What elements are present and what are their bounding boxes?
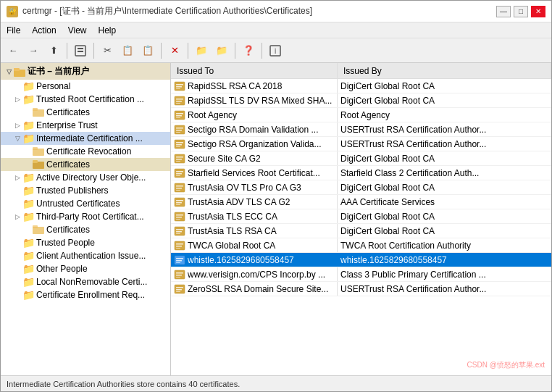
sidebar-item-local-nonremovable[interactable]: 📁 Local NonRemovable Certi... [1, 275, 170, 288]
show-hide-button[interactable] [71, 41, 90, 60]
sidebar-item-personal[interactable]: 📁 Personal [1, 80, 170, 93]
table-row[interactable]: Sectigo RSA Domain Validation ... USERTr… [171, 122, 551, 137]
sidebar-item-client-auth[interactable]: 📁 Client Authentication Issue... [1, 249, 170, 262]
cert-icon [174, 110, 185, 120]
table-row[interactable]: TrustAsia ADV TLS CA G2 AAA Certificate … [171, 195, 551, 209]
sidebar-item-untrusted[interactable]: 📁 Untrusted Certificates [1, 197, 170, 210]
table-row[interactable]: TWCA Global Root CA TWCA Root Certificat… [171, 238, 551, 253]
col-header-issued-by[interactable]: Issued By [338, 63, 551, 78]
copy-button[interactable]: 📋 [118, 41, 137, 60]
toolbar-sep-3 [161, 43, 162, 59]
trusted-people-label: Trusted People [36, 238, 95, 248]
sidebar-item-intermediate-certs[interactable]: Certificates [1, 158, 170, 171]
maximize-button[interactable]: □ [514, 6, 528, 17]
trusted-pub-expand [12, 185, 22, 196]
status-text: Intermediate Certification Authorities s… [7, 380, 240, 388]
sidebar-header: ▽ 证书 – 当前用户 [1, 63, 170, 80]
table-row[interactable]: RapidSSL TLS DV RSA Mixed SHA... DigiCer… [171, 93, 551, 108]
table-row[interactable]: RapidSSL RSA CA 2018 DigiCert Global Roo… [171, 79, 551, 93]
table-row[interactable]: Secure Site CA G2 DigiCert Global Root C… [171, 151, 551, 166]
table-row[interactable]: Sectigo RSA Organization Valida... USERT… [171, 137, 551, 151]
sidebar-item-cert-enrollment[interactable]: 📁 Certificate Enrollment Req... [1, 288, 170, 301]
third-party-expand[interactable]: ▷ [12, 212, 22, 222]
sidebar-item-trusted-root[interactable]: ▷ 📁 Trusted Root Certification ... [1, 93, 170, 106]
sidebar-item-enterprise[interactable]: ▷ 📁 Enterprise Trust [1, 119, 170, 132]
menu-help[interactable]: Help [93, 22, 122, 38]
table-row[interactable]: ZeroSSL RSA Domain Secure Site... USERTr… [171, 282, 551, 296]
trusted-pub-icon: 📁 [22, 185, 34, 196]
sidebar-item-third-party-certs[interactable]: Certificates [1, 223, 170, 236]
table-row[interactable]: www.verisign.com/CPS Incorp.by ... Class… [171, 267, 551, 282]
client-auth-label: Client Authentication Issue... [36, 251, 146, 261]
active-dir-icon: 📁 [22, 172, 34, 183]
issued-by-text: DigiCert Global Root CA [340, 183, 435, 193]
sidebar-item-cert-revocation[interactable]: Certificate Revocation [1, 145, 170, 158]
help-button[interactable]: ❓ [239, 41, 258, 60]
minimize-button[interactable]: — [496, 6, 511, 17]
svg-rect-41 [176, 171, 183, 172]
cut-button[interactable]: ✂ [98, 41, 117, 60]
intermediate-expand[interactable]: ▽ [12, 133, 22, 143]
svg-rect-33 [176, 142, 183, 143]
main-window: 🔐 certmgr - [证书 - 当前用户\Intermediate Cert… [0, 0, 552, 392]
trusted-root-expand[interactable]: ▷ [12, 94, 22, 104]
sidebar-item-trusted-people[interactable]: 📁 Trusted People [1, 236, 170, 249]
close-button[interactable]: ✕ [531, 6, 545, 17]
properties-button[interactable]: i [266, 41, 285, 60]
cell-issued-by: USERTrust RSA Certification Author... [338, 282, 551, 296]
svg-rect-55 [176, 219, 180, 220]
sidebar-item-third-party[interactable]: ▷ 📁 Third-Party Root Certificat... [1, 210, 170, 223]
import-button[interactable]: 📁 [212, 41, 231, 60]
toolbar-sep-6 [262, 43, 262, 59]
up-button[interactable]: ⬆ [44, 41, 63, 60]
enterprise-expand[interactable]: ▷ [12, 120, 22, 130]
forward-button[interactable]: → [24, 41, 43, 60]
other-people-label: Other People [36, 264, 88, 274]
export-button[interactable]: 📁 [192, 41, 211, 60]
active-dir-expand[interactable]: ▷ [12, 172, 22, 183]
issued-by-text: Class 3 Public Primary Certification ... [340, 270, 486, 280]
cell-issued-by: USERTrust RSA Certification Author... [338, 122, 551, 136]
third-party-icon: 📁 [22, 212, 34, 222]
int-certs-label: Certificates [46, 159, 90, 170]
cert-icon [174, 284, 185, 294]
tp-certs-expand [22, 225, 33, 235]
table-row[interactable]: TrustAsia OV TLS Pro CA G3 DigiCert Glob… [171, 180, 551, 195]
root-expand[interactable]: ▽ [4, 67, 14, 77]
delete-button[interactable]: ✕ [165, 41, 184, 60]
table-row[interactable]: Starfield Services Root Certificat... St… [171, 166, 551, 180]
title-bar-left: 🔐 certmgr - [证书 - 当前用户\Intermediate Cert… [7, 5, 312, 17]
cell-issued-to: Root Agency [171, 108, 338, 122]
table-row[interactable]: Root Agency Root Agency [171, 108, 551, 122]
issued-by-text: DigiCert Global Root CA [340, 81, 435, 91]
paste-button[interactable]: 📋 [138, 41, 157, 60]
sidebar-item-intermediate[interactable]: ▽ 📁 Intermediate Certification ... [1, 132, 170, 145]
sidebar-item-trusted-pub[interactable]: 📁 Trusted Publishers [1, 184, 170, 197]
issued-by-text: DigiCert Global Root CA [340, 212, 435, 222]
svg-rect-29 [176, 128, 183, 129]
issued-to-text: Starfield Services Root Certificat... [188, 168, 320, 178]
table-row[interactable]: whistle.1625829680558457 whistle.1625829… [171, 253, 551, 267]
col-header-issued-to[interactable]: Issued To [171, 63, 338, 78]
issued-by-text: USERTrust RSA Certification Author... [340, 125, 486, 135]
sidebar-item-active-dir[interactable]: ▷ 📁 Active Directory User Obje... [1, 171, 170, 184]
svg-rect-18 [176, 86, 182, 88]
cert-icon [174, 139, 185, 149]
sidebar-item-other-people[interactable]: 📁 Other People [1, 262, 170, 275]
svg-rect-63 [176, 248, 180, 249]
back-button[interactable]: ← [4, 41, 22, 60]
table-row[interactable]: TrustAsia TLS RSA CA DigiCert Global Roo… [171, 224, 551, 238]
sidebar-item-trusted-root-certs[interactable]: Certificates [1, 106, 170, 119]
personal-expand [12, 81, 22, 91]
svg-rect-69 [176, 272, 183, 274]
cell-issued-to: TrustAsia ADV TLS CA G2 [171, 195, 338, 209]
menu-bar: File Action View Help [1, 22, 551, 38]
cert-icon [174, 168, 185, 178]
cert-rev-label: Certificate Revocation [46, 146, 131, 157]
menu-file[interactable]: File [1, 22, 26, 38]
cert-icon [174, 212, 185, 222]
other-people-expand [12, 264, 22, 274]
menu-action[interactable]: Action [26, 22, 62, 38]
table-row[interactable]: TrustAsia TLS ECC CA DigiCert Global Roo… [171, 209, 551, 224]
menu-view[interactable]: View [62, 22, 93, 38]
